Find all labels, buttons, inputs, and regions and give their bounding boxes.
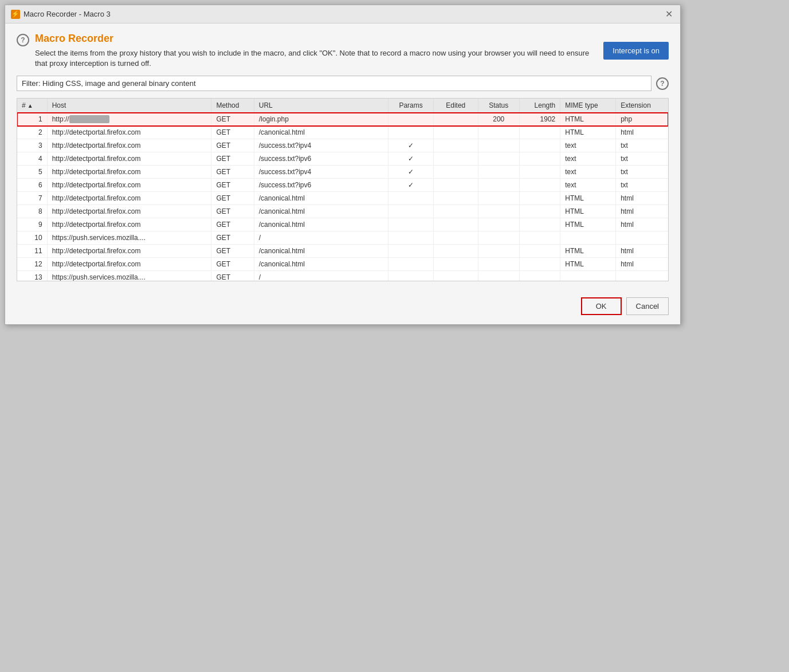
- cell-status: [478, 258, 519, 271]
- cell-url: /canonical.html: [254, 126, 388, 139]
- col-header-params[interactable]: Params: [388, 99, 433, 113]
- host-value: http://detectportal.firefox.com: [52, 221, 141, 229]
- cell-status: [478, 126, 519, 139]
- cell-edited: [433, 231, 478, 245]
- cell-method: GET: [211, 245, 254, 258]
- cell-mime: [560, 271, 616, 282]
- cell-mime: text: [560, 179, 616, 192]
- table-row[interactable]: 6 http://detectportal.firefox.com GET /s…: [17, 179, 668, 192]
- header-description: Select the items from the proxy history …: [35, 48, 598, 69]
- table-header-row: # ▲ Host Method URL Params Edited Status…: [17, 99, 668, 113]
- cell-num: 2: [17, 126, 47, 139]
- table-row[interactable]: 9 http://detectportal.firefox.com GET /c…: [17, 218, 668, 231]
- cell-num: 11: [17, 245, 47, 258]
- table-row[interactable]: 12 http://detectportal.firefox.com GET /…: [17, 258, 668, 271]
- cell-mime: HTML: [560, 192, 616, 205]
- cell-mime: HTML: [560, 113, 616, 126]
- table-row[interactable]: 5 http://detectportal.firefox.com GET /s…: [17, 166, 668, 179]
- cell-url: /canonical.html: [254, 192, 388, 205]
- cell-num: 4: [17, 152, 47, 166]
- cell-status: [478, 245, 519, 258]
- cell-params: ✓: [388, 152, 433, 166]
- cancel-button[interactable]: Cancel: [626, 297, 669, 315]
- cell-params: [388, 271, 433, 282]
- cell-host: http://: [47, 113, 211, 126]
- cell-method: GET: [211, 271, 254, 282]
- cell-params: [388, 231, 433, 245]
- cell-length: [519, 205, 560, 218]
- ok-button[interactable]: OK: [581, 297, 622, 315]
- cell-num: 13: [17, 271, 47, 282]
- cell-edited: [433, 113, 478, 126]
- cell-ext: html: [616, 218, 668, 231]
- cell-length: [519, 245, 560, 258]
- cell-method: GET: [211, 113, 254, 126]
- cell-host: http://detectportal.firefox.com: [47, 139, 211, 152]
- filter-row: ?: [17, 76, 669, 91]
- col-header-length[interactable]: Length: [519, 99, 560, 113]
- cell-ext: txt: [616, 139, 668, 152]
- table-row[interactable]: 3 http://detectportal.firefox.com GET /s…: [17, 139, 668, 152]
- dialog-title: Macro Recorder: [35, 33, 598, 45]
- col-header-host[interactable]: Host: [47, 99, 211, 113]
- cell-params: [388, 245, 433, 258]
- cell-num: 9: [17, 218, 47, 231]
- cell-length: [519, 166, 560, 179]
- cell-method: GET: [211, 231, 254, 245]
- cell-mime: HTML: [560, 218, 616, 231]
- filter-input[interactable]: [17, 76, 651, 91]
- table-row[interactable]: 8 http://detectportal.firefox.com GET /c…: [17, 205, 668, 218]
- cell-url: /success.txt?ipv4: [254, 139, 388, 152]
- cell-host: https://push.services.mozilla....: [47, 231, 211, 245]
- filter-help-icon[interactable]: ?: [656, 77, 669, 90]
- table-row[interactable]: 2 http://detectportal.firefox.com GET /c…: [17, 126, 668, 139]
- cell-host: http://detectportal.firefox.com: [47, 179, 211, 192]
- table-row[interactable]: 13 https://push.services.mozilla.... GET…: [17, 271, 668, 282]
- col-header-edited[interactable]: Edited: [433, 99, 478, 113]
- intercept-button[interactable]: Intercept is on: [603, 42, 669, 60]
- title-bar: ⚡ Macro Recorder - Macro 3 ✕: [5, 5, 680, 23]
- cell-host: https://push.services.mozilla....: [47, 271, 211, 282]
- redacted-host: [69, 115, 110, 123]
- cell-params: [388, 258, 433, 271]
- cell-url: /: [254, 231, 388, 245]
- cell-ext: html: [616, 245, 668, 258]
- cell-length: [519, 192, 560, 205]
- table-row[interactable]: 1 http:// GET /login.php 200 1902 HTML p…: [17, 113, 668, 126]
- help-icon[interactable]: ?: [17, 34, 29, 46]
- host-value: http://detectportal.firefox.com: [52, 207, 141, 215]
- cell-method: GET: [211, 205, 254, 218]
- cell-num: 6: [17, 179, 47, 192]
- cell-url: /canonical.html: [254, 205, 388, 218]
- footer: OK Cancel: [5, 290, 680, 324]
- host-value: https://push.services.mozilla....: [52, 273, 146, 281]
- host-value: http://detectportal.firefox.com: [52, 260, 141, 268]
- col-header-url[interactable]: URL: [254, 99, 388, 113]
- cell-ext: html: [616, 192, 668, 205]
- cell-status: [478, 231, 519, 245]
- cell-edited: [433, 205, 478, 218]
- cell-status: [478, 139, 519, 152]
- col-header-method[interactable]: Method: [211, 99, 254, 113]
- host-value: http://detectportal.firefox.com: [52, 142, 141, 150]
- cell-num: 12: [17, 258, 47, 271]
- table-row[interactable]: 10 https://push.services.mozilla.... GET…: [17, 231, 668, 245]
- table-row[interactable]: 4 http://detectportal.firefox.com GET /s…: [17, 152, 668, 166]
- host-value: http://detectportal.firefox.com: [52, 168, 141, 176]
- col-header-status[interactable]: Status: [478, 99, 519, 113]
- col-header-mime[interactable]: MIME type: [560, 99, 616, 113]
- table-container[interactable]: # ▲ Host Method URL Params Edited Status…: [17, 98, 669, 281]
- close-button[interactable]: ✕: [663, 9, 674, 20]
- cell-mime: [560, 231, 616, 245]
- window-title: Macro Recorder - Macro 3: [23, 10, 663, 18]
- cell-method: GET: [211, 179, 254, 192]
- cell-params: [388, 218, 433, 231]
- col-header-ext[interactable]: Extension: [616, 99, 668, 113]
- table-row[interactable]: 7 http://detectportal.firefox.com GET /c…: [17, 192, 668, 205]
- cell-length: [519, 179, 560, 192]
- cell-mime: HTML: [560, 258, 616, 271]
- cell-edited: [433, 218, 478, 231]
- col-header-num[interactable]: # ▲: [17, 99, 47, 113]
- cell-host: http://detectportal.firefox.com: [47, 218, 211, 231]
- table-row[interactable]: 11 http://detectportal.firefox.com GET /…: [17, 245, 668, 258]
